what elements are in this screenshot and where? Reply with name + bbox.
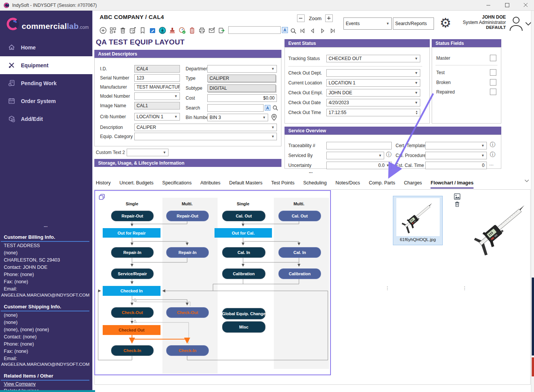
gear-icon[interactable]: ⚙	[440, 15, 451, 30]
add-icon[interactable]	[99, 26, 107, 35]
events-dropdown[interactable]: Events▼	[343, 17, 392, 30]
node-cal-out-single[interactable]: Cal. Out	[222, 211, 265, 221]
uncertainty-dropdown[interactable]: 0.0▼	[326, 162, 392, 169]
image-thumbnail-card[interactable]: 61f6yhQHOQL.jpg	[393, 196, 443, 245]
tab-flowchart-images[interactable]: Flowchart / Images	[431, 180, 474, 189]
department-dropdown[interactable]: ▼	[207, 65, 277, 73]
manufacturer-dropdown[interactable]: TEST MANUFACTUR▼	[134, 83, 180, 91]
layout-add-icon[interactable]	[109, 26, 117, 35]
node-repair-in-multi[interactable]: Repair-In	[166, 247, 209, 258]
tab-comp-parts[interactable]: Comp. Parts	[369, 180, 395, 189]
tab-specifications[interactable]: Specifications	[162, 180, 192, 189]
serviced-by-info-icon[interactable]: ⓘ	[386, 151, 391, 158]
auto-search-toggle[interactable]: A	[282, 27, 288, 33]
location-pin-icon[interactable]	[270, 113, 278, 121]
node-checked-out[interactable]: Checked Out	[103, 325, 161, 335]
tab-notes-docs[interactable]: Notes/Docs	[335, 180, 360, 189]
node-cal-out-multi[interactable]: Cal. Out	[278, 211, 321, 221]
search-icon[interactable]	[289, 27, 297, 35]
node-calibration-single[interactable]: Calibration	[222, 268, 265, 279]
scrollbar[interactable]	[531, 11, 534, 392]
category-dropdown[interactable]: ▼	[134, 133, 277, 140]
sidebar-item-home[interactable]: Home	[0, 38, 92, 56]
copy-flowchart-icon[interactable]	[98, 193, 106, 201]
node-out-for-repair[interactable]: Out for Repair	[103, 228, 161, 238]
cert-template-dropdown[interactable]: ▼	[425, 142, 487, 149]
search-reports-button[interactable]: Search/Reports	[393, 17, 434, 30]
checkout-date-dropdown[interactable]: 4/20/2023▼	[326, 99, 420, 106]
checkout-empl-dropdown[interactable]: JOHN DOE▼	[326, 89, 420, 97]
node-global-equip-change[interactable]: Global Equip. Change	[222, 308, 265, 319]
next-record-icon[interactable]	[319, 27, 327, 35]
checkout-time-spinner[interactable]: 17:12:55▲▼	[326, 109, 420, 116]
stamp-icon[interactable]	[168, 26, 176, 35]
checkout-dept-dropdown[interactable]: ▼	[326, 69, 420, 77]
node-misc[interactable]: Misc	[222, 321, 265, 333]
last-record-icon[interactable]	[329, 27, 337, 35]
check-in-out-icon[interactable]	[158, 26, 167, 35]
sidebar-item-equipment[interactable]: Equipment	[0, 56, 92, 74]
id-field[interactable]: CAL4	[134, 65, 180, 73]
minimize-button[interactable]	[481, 0, 496, 10]
view-company-link[interactable]: View Company	[4, 381, 36, 387]
image-icon[interactable]	[453, 192, 461, 201]
tab-overflow-caret-icon[interactable]	[523, 177, 531, 185]
cal-procedure-info-icon[interactable]: ⓘ	[490, 151, 495, 158]
cost-field[interactable]: $0.00	[207, 94, 277, 102]
zoom-in-button[interactable]	[325, 14, 333, 22]
traceability-field[interactable]	[326, 142, 392, 149]
toolbar-search-input[interactable]	[228, 26, 281, 34]
description-dropdown[interactable]: CALIPER▼	[134, 124, 277, 131]
custom-text2-dropdown[interactable]: ▼	[127, 149, 168, 156]
email-icon[interactable]	[208, 26, 216, 35]
events-icon[interactable]	[129, 26, 137, 35]
node-check-out-multi[interactable]: Check-Out	[166, 307, 209, 318]
flowchart-canvas[interactable]: Single Multi. Single Multi. Repair-Out R…	[94, 190, 331, 375]
spinner-arrows-icon[interactable]: ▲▼	[415, 110, 418, 115]
image-name-field[interactable]: CAL1	[134, 102, 180, 110]
audit-icon[interactable]	[178, 26, 186, 35]
node-repair-out-single[interactable]: Repair-Out	[111, 211, 154, 221]
master-checkbox[interactable]	[490, 55, 496, 61]
previous-record-icon[interactable]	[308, 27, 316, 35]
cert-template-info-icon[interactable]: ⓘ	[490, 141, 495, 148]
serial-field[interactable]: 123	[134, 74, 180, 82]
battery-icon[interactable]	[188, 26, 196, 35]
node-repair-out-multi[interactable]: Repair-Out	[166, 211, 209, 221]
tracking-status-dropdown[interactable]: CHECKED OUT▼	[326, 55, 420, 62]
print-icon[interactable]	[198, 26, 206, 35]
close-button[interactable]	[518, 0, 533, 10]
tab-test-points[interactable]: Test Points	[271, 180, 294, 189]
export-icon[interactable]	[218, 26, 226, 35]
repaired-checkbox[interactable]	[490, 89, 496, 95]
sidebar-item-add-edit[interactable]: Add/Edit	[0, 110, 92, 128]
est-cal-time-more-button[interactable]: …	[489, 161, 494, 167]
edit-icon[interactable]	[148, 26, 157, 35]
service-ellipsis[interactable]: ...	[309, 169, 313, 174]
tab-charges[interactable]: Charges	[404, 180, 422, 189]
zoom-out-button[interactable]	[297, 14, 305, 22]
subtype-field[interactable]: DIGITAL	[207, 84, 276, 92]
tab-uncert-budgets[interactable]: Uncert. Budgets	[119, 180, 154, 189]
avatar[interactable]	[508, 15, 524, 31]
node-checked-in[interactable]: Checked In	[103, 286, 161, 296]
node-check-in-multi[interactable]: Check-In	[166, 345, 209, 356]
node-cal-in-single[interactable]: Cal. In	[222, 247, 265, 258]
asset-search-icon[interactable]	[271, 104, 280, 112]
tab-scheduling[interactable]: Scheduling	[303, 180, 327, 189]
splitter-handle[interactable]: ⋮	[462, 285, 467, 291]
test-checkbox[interactable]	[490, 69, 496, 76]
maximize-button[interactable]	[499, 0, 515, 10]
bookmark-icon[interactable]	[138, 26, 147, 35]
serviced-by-dropdown[interactable]: ▼	[326, 152, 384, 159]
tab-history[interactable]: History	[96, 180, 111, 189]
sidebar-item-pending-work[interactable]: Pending Work	[0, 74, 92, 92]
asset-search-field[interactable]	[207, 104, 264, 112]
node-calibration-multi[interactable]: Calibration	[278, 268, 321, 279]
type-field[interactable]: CALIPER	[207, 75, 276, 82]
node-check-in-single[interactable]: Check-In	[111, 345, 154, 356]
tab-attributes[interactable]: Attributes	[200, 180, 221, 189]
tab-default-masters[interactable]: Default Masters	[229, 180, 262, 189]
asset-auto-search-toggle[interactable]: A	[265, 105, 270, 111]
delete-icon[interactable]	[119, 26, 127, 35]
